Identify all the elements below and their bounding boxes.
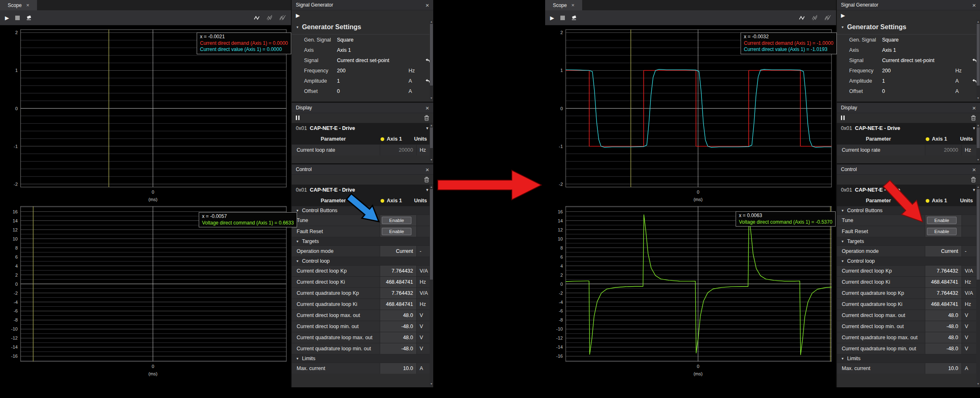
svg-text:-2: -2 xyxy=(559,291,563,296)
close-icon[interactable]: × xyxy=(425,2,429,8)
param-label: Current direct loop Kp xyxy=(292,266,380,276)
scroll-down-icon[interactable]: ▼ xyxy=(430,96,433,100)
param-value[interactable]: 7.764432 xyxy=(380,288,416,298)
scroll-down-icon[interactable]: ▼ xyxy=(977,158,980,162)
panel-title: Signal Generator xyxy=(296,2,333,8)
section-control-loop[interactable]: ▼ Control loop xyxy=(292,257,433,265)
panel-title: Signal Generator xyxy=(841,2,878,8)
field-value[interactable]: Current direct set-point xyxy=(337,58,409,63)
param-value[interactable]: Current xyxy=(380,246,416,257)
param-label: Current loop rate xyxy=(837,145,925,155)
param-value[interactable]: 468.484741 xyxy=(380,277,416,287)
trash-icon[interactable] xyxy=(971,115,976,121)
param-value[interactable]: -48.0 xyxy=(380,321,416,332)
param-value[interactable]: -48.0 xyxy=(925,321,961,332)
param-value[interactable]: 48.0 xyxy=(380,310,416,321)
scroll-thumb[interactable] xyxy=(977,24,980,86)
generator-play-icon[interactable]: ▶ xyxy=(841,13,845,18)
scroll-up-icon[interactable]: ▲ xyxy=(430,185,433,189)
field-row-offset: Offset 0 A xyxy=(292,86,433,96)
field-value[interactable]: Square xyxy=(882,37,955,43)
trash-icon[interactable] xyxy=(971,177,976,183)
trash-icon[interactable] xyxy=(424,115,429,121)
section-limits[interactable]: ▼ Limits xyxy=(837,354,980,363)
field-value[interactable]: Axis 1 xyxy=(882,47,955,53)
section-control-loop[interactable]: ▼ Control loop xyxy=(837,257,980,265)
section-label: Generator Settings xyxy=(847,23,906,31)
pause-icon[interactable] xyxy=(841,114,846,122)
field-value[interactable]: Square xyxy=(337,37,409,43)
param-value[interactable]: 48.0 xyxy=(380,332,416,343)
section-generator-settings[interactable]: ▼ Generator Settings xyxy=(837,20,980,35)
chevron-down-icon: ▼ xyxy=(972,126,976,130)
scroll-up-icon[interactable]: ▲ xyxy=(430,123,433,127)
device-selector[interactable]: 0x01 CAP-NET-E - Drive ▼ xyxy=(292,123,433,134)
param-value[interactable]: 7.764432 xyxy=(380,266,416,276)
device-selector[interactable]: 0x01 CAP-NET-E - Drive ▼ xyxy=(837,123,980,134)
field-value[interactable]: 1 xyxy=(882,78,955,84)
scroll-thumb[interactable] xyxy=(430,24,433,86)
section-limits[interactable]: ▼ Limits xyxy=(292,354,433,363)
param-value[interactable]: 10.0 xyxy=(925,363,961,374)
scroll-down-icon[interactable]: ▼ xyxy=(430,158,433,162)
field-value[interactable]: 200 xyxy=(882,68,955,74)
svg-text:-14: -14 xyxy=(556,345,563,349)
param-value[interactable]: Current xyxy=(925,246,961,257)
param-value[interactable]: 468.484741 xyxy=(380,299,416,310)
scroll-down-icon[interactable]: ▼ xyxy=(430,382,433,386)
param-value[interactable]: 468.484741 xyxy=(925,299,961,310)
scope-plots[interactable]: 210-1-20(ms)1614121086420-2-4-6-8-10-12-… xyxy=(0,0,291,387)
param-value[interactable]: -48.0 xyxy=(925,343,961,354)
close-icon[interactable]: × xyxy=(425,167,429,173)
scroll-down-icon[interactable]: ▼ xyxy=(977,96,980,100)
field-row-axis: Axis Axis 1 xyxy=(292,45,433,55)
field-row-frequency: Frequency 200 Hz xyxy=(837,65,980,76)
field-label: Gen. Signal xyxy=(304,37,337,43)
svg-text:6: 6 xyxy=(560,255,563,259)
field-value[interactable]: 0 xyxy=(882,88,955,94)
scope-area: Scope × ▶ 210-1-20(ms)1614121086420-2-4-… xyxy=(0,0,291,387)
section-targets[interactable]: ▼ Targets xyxy=(292,237,433,245)
field-value[interactable]: Axis 1 xyxy=(337,47,409,53)
param-value[interactable]: -48.0 xyxy=(380,343,416,354)
close-icon[interactable]: × xyxy=(972,105,976,111)
scroll-up-icon[interactable]: ▲ xyxy=(977,185,980,189)
scroll-down-icon[interactable]: ▼ xyxy=(977,382,980,386)
generator-play-icon[interactable]: ▶ xyxy=(296,13,300,18)
section-label: Generator Settings xyxy=(302,23,361,31)
close-icon[interactable]: × xyxy=(425,105,429,111)
scroll-up-icon[interactable]: ▲ xyxy=(430,20,433,24)
section-targets[interactable]: ▼ Targets xyxy=(837,237,980,245)
param-value[interactable]: 10.0 xyxy=(380,363,416,374)
close-icon[interactable]: × xyxy=(972,2,976,8)
pause-icon[interactable] xyxy=(296,114,301,122)
param-value[interactable]: 48.0 xyxy=(925,310,961,321)
scrollbar[interactable]: ▲ ▼ xyxy=(430,20,433,100)
scrollbar[interactable]: ▲ ▼ xyxy=(976,20,980,100)
scope-plots[interactable]: 210-1-20(ms)1614121086420-2-4-6-8-10-12-… xyxy=(545,0,836,387)
param-value[interactable]: 7.764432 xyxy=(925,288,961,298)
scrollbar[interactable]: ▲ ▼ xyxy=(430,123,433,162)
svg-text:-16: -16 xyxy=(11,354,18,359)
field-value[interactable]: 1 xyxy=(337,78,409,84)
scrollbar[interactable]: ▲ ▼ xyxy=(430,185,433,386)
section-label: Control Buttons xyxy=(847,208,882,213)
param-value[interactable]: 468.484741 xyxy=(925,277,961,287)
tooltip-x-value: x = -0.0021 xyxy=(200,34,288,40)
section-generator-settings[interactable]: ▼ Generator Settings xyxy=(292,20,433,35)
scrollbar[interactable]: ▲ ▼ xyxy=(976,185,980,386)
param-value-readonly: 20000 xyxy=(380,145,416,155)
trash-icon[interactable] xyxy=(424,177,429,183)
device-address: 0x01 xyxy=(841,125,852,131)
svg-text:2: 2 xyxy=(15,30,18,35)
close-icon[interactable]: × xyxy=(972,167,976,173)
field-value[interactable]: 0 xyxy=(337,88,409,94)
field-row-frequency: Frequency 200 Hz xyxy=(292,65,433,76)
param-value[interactable]: 48.0 xyxy=(925,332,961,343)
param-value[interactable]: 7.764432 xyxy=(925,266,961,276)
scroll-up-icon[interactable]: ▲ xyxy=(977,123,980,127)
field-value[interactable]: 200 xyxy=(337,68,409,74)
scrollbar[interactable]: ▲ ▼ xyxy=(976,123,980,162)
scroll-up-icon[interactable]: ▲ xyxy=(977,20,980,24)
field-value[interactable]: Current direct set-point xyxy=(882,58,955,63)
